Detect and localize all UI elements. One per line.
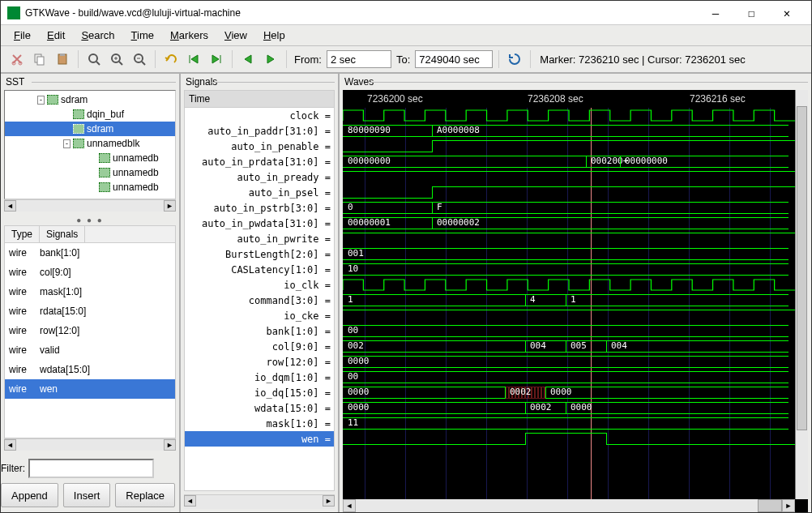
wave-track[interactable]: 000000020000 <box>343 400 795 416</box>
wave-track[interactable]: 000000020000 <box>343 385 795 400</box>
wave-track[interactable]: 00 <box>343 323 795 339</box>
to-input[interactable] <box>415 50 493 68</box>
signal-name-row[interactable]: command[3:0] = <box>185 293 334 308</box>
wave-vscrollbar[interactable] <box>795 90 808 499</box>
filter-input[interactable] <box>28 459 154 478</box>
wave-track[interactable]: 0000000100000002 <box>343 216 795 231</box>
hierarchy-tree[interactable]: -sdramdqin_bufsdram-unnamedblkunnamedbun… <box>4 90 176 199</box>
close-button[interactable]: ✕ <box>769 2 805 24</box>
wave-track[interactable]: 0F <box>343 200 795 216</box>
zoom-out-icon[interactable] <box>130 49 149 69</box>
undo-icon[interactable] <box>161 49 181 69</box>
append-button[interactable]: Append <box>1 483 58 507</box>
prev-icon[interactable] <box>238 49 258 69</box>
signal-name-row[interactable]: CASLatency[1:0] = <box>185 262 334 277</box>
tree-node[interactable]: unnamedb <box>5 165 175 180</box>
wave-track[interactable]: 11 <box>343 416 795 431</box>
signal-name-row[interactable]: auto_in_penable = <box>185 139 334 154</box>
paste-icon[interactable] <box>53 49 72 69</box>
wave-track[interactable] <box>343 185 795 200</box>
signal-name-row[interactable]: auto_in_paddr[31:0] = <box>185 123 334 139</box>
replace-button[interactable]: Replace <box>115 483 175 507</box>
signal-list-row[interactable]: wirewdata[15:0] <box>5 360 175 379</box>
signals-hscrollbar[interactable]: ◄► <box>184 494 335 509</box>
menu-view[interactable]: View <box>216 26 255 45</box>
signal-name-row[interactable]: auto_in_pstrb[3:0] = <box>185 200 334 216</box>
minimize-button[interactable]: — <box>698 2 733 24</box>
signal-list-row[interactable]: wirerow[12:0] <box>5 321 175 340</box>
menu-help[interactable]: Help <box>255 26 293 45</box>
seek-start-icon[interactable] <box>184 49 203 69</box>
signal-list-row[interactable]: wirebank[1:0] <box>5 243 175 263</box>
signal-name-row[interactable]: wdata[15:0] = <box>185 400 334 416</box>
signal-list-row[interactable]: wirecol[9:0] <box>5 263 175 282</box>
wave-track[interactable] <box>343 139 795 154</box>
wave-track[interactable] <box>343 431 795 447</box>
menu-time[interactable]: Time <box>123 26 162 45</box>
siglist-hscrollbar[interactable]: ◄► <box>4 438 176 451</box>
wave-view[interactable]: 7236200 sec7236208 sec7236216 sec 800000… <box>343 90 808 512</box>
signal-name-row[interactable]: io_dqm[1:0] = <box>185 370 334 385</box>
wave-track[interactable]: 141 <box>343 293 795 308</box>
signal-name-row[interactable]: row[12:0] = <box>185 354 334 370</box>
wave-track[interactable] <box>343 231 795 246</box>
signal-name-row[interactable]: io_dq[15:0] = <box>185 385 334 400</box>
wave-track[interactable]: 002004005004 <box>343 339 795 354</box>
signal-name-row[interactable]: clock = <box>185 108 334 123</box>
signal-list-row[interactable]: wirevalid <box>5 340 175 360</box>
signal-list-row[interactable]: wirerdata[15:0] <box>5 301 175 321</box>
tree-hscrollbar[interactable]: ◄► <box>4 199 176 212</box>
tree-node[interactable]: -sdram <box>5 92 175 107</box>
wave-track[interactable]: 0000 <box>343 354 795 370</box>
signal-name-row[interactable]: BurstLength[2:0] = <box>185 246 334 262</box>
signal-name-row[interactable]: io_clk = <box>185 277 334 293</box>
signal-name-row[interactable]: auto_in_pwrite = <box>185 231 334 246</box>
copy-icon[interactable] <box>30 49 49 69</box>
signal-name-row[interactable]: bank[1:0] = <box>185 323 334 339</box>
signal-list[interactable]: wirebank[1:0]wirecol[9:0]wiremask[1:0]wi… <box>4 243 176 438</box>
signal-name-row[interactable]: wen = <box>185 431 334 447</box>
wave-timeline[interactable]: 7236200 sec7236208 sec7236216 sec <box>343 90 808 108</box>
zoom-in-icon[interactable] <box>107 49 126 69</box>
signal-name-row[interactable]: auto_in_prdata[31:0] = <box>185 154 334 169</box>
wave-track[interactable]: 80000090A0000008 <box>343 123 795 139</box>
signal-list-row[interactable]: wirewen <box>5 379 175 399</box>
tree-node[interactable]: -unnamedblk <box>5 136 175 151</box>
insert-button[interactable]: Insert <box>63 483 111 507</box>
wave-hscrollbar[interactable]: ◄► <box>343 499 795 512</box>
menu-search[interactable]: Search <box>73 26 122 45</box>
reload-icon[interactable] <box>505 49 524 69</box>
wave-track[interactable] <box>343 169 795 185</box>
menu-markers[interactable]: Markers <box>162 26 216 45</box>
from-input[interactable] <box>327 50 391 68</box>
signal-name-row[interactable]: auto_in_pwdata[31:0] = <box>185 216 334 231</box>
wave-track[interactable]: 00 <box>343 370 795 385</box>
tree-node[interactable]: dqin_buf <box>5 107 175 122</box>
wave-track[interactable]: 10 <box>343 262 795 277</box>
signal-name-row[interactable]: auto_in_psel = <box>185 185 334 200</box>
wave-track[interactable]: 00000000000200+00000000 <box>343 154 795 169</box>
col-signals[interactable]: Signals <box>40 226 85 242</box>
zoom-fit-icon[interactable] <box>84 49 104 69</box>
signal-name-list[interactable]: clock =auto_in_paddr[31:0] =auto_in_pena… <box>184 107 335 491</box>
signal-name-row[interactable]: io_cke = <box>185 308 334 323</box>
signal-name-row[interactable]: auto_in_pready = <box>185 169 334 185</box>
signal-name-row[interactable]: mask[1:0] = <box>185 416 334 431</box>
wave-track[interactable] <box>343 108 795 123</box>
signal-list-row[interactable]: wiremask[1:0] <box>5 282 175 301</box>
tree-node[interactable]: sdram <box>5 122 175 136</box>
wave-track[interactable] <box>343 277 795 293</box>
wave-track[interactable]: 001 <box>343 246 795 262</box>
maximize-button[interactable]: ☐ <box>733 2 769 24</box>
seek-end-icon[interactable] <box>207 49 226 69</box>
tree-node[interactable]: unnamedb <box>5 151 175 165</box>
next-icon[interactable] <box>261 49 280 69</box>
cut-icon[interactable] <box>7 49 27 69</box>
menu-edit[interactable]: Edit <box>39 26 73 45</box>
menu-file[interactable]: File <box>6 26 39 45</box>
tree-node[interactable]: unnamedb <box>5 180 175 195</box>
col-type[interactable]: Type <box>5 226 40 242</box>
signal-name-row[interactable]: col[9:0] = <box>185 339 334 354</box>
wave-track[interactable] <box>343 308 795 323</box>
splitter-handle[interactable]: ● ● ● <box>1 215 179 225</box>
